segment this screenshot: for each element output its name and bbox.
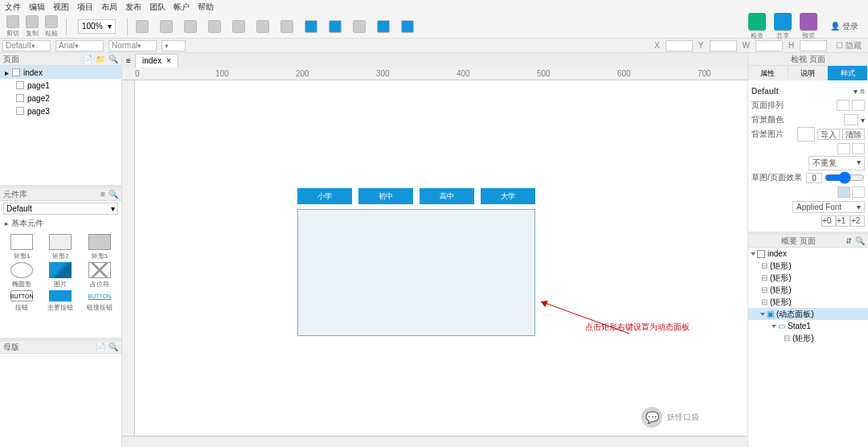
widget-primary-button[interactable]: 主要按钮 (42, 290, 79, 312)
t2[interactable] (377, 20, 390, 33)
front[interactable] (305, 20, 317, 33)
chevron-down-icon[interactable]: ▾ (861, 116, 865, 125)
preview-btn[interactable]: 检查 (748, 13, 766, 40)
sketch-slider[interactable] (825, 171, 865, 184)
zoom-select[interactable]: 100%▾ (78, 19, 116, 34)
widget-section[interactable]: ▸ 基本元件 (0, 216, 121, 231)
menu-file[interactable]: 文件 (5, 2, 21, 13)
outline-state[interactable]: ▭ State1 (748, 320, 868, 332)
expand-icon[interactable] (751, 252, 755, 256)
import-btn[interactable]: 导入 (817, 129, 840, 140)
add-master-icon[interactable]: 📄 (96, 342, 105, 351)
canvas-dynamic-panel[interactable] (297, 209, 535, 336)
size-select[interactable]: ▾ (162, 40, 186, 51)
grey-toggle[interactable] (852, 187, 865, 198)
menu-help[interactable]: 帮助 (198, 2, 214, 13)
back[interactable] (329, 20, 342, 33)
library-select[interactable]: Default▾ (3, 203, 118, 215)
widget-rect1[interactable]: 矩形1 (3, 234, 40, 260)
expand-icon[interactable]: ▸ (5, 68, 9, 77)
canvas-button-2[interactable]: 初中 (358, 188, 413, 204)
weight-select[interactable]: Normal ▾ (108, 40, 157, 51)
page-node-page2[interactable]: page2 (0, 92, 121, 105)
add-folder-icon[interactable]: 📁 (96, 55, 105, 64)
style-menu-icon[interactable]: ▾ ≡ (854, 87, 865, 96)
tab-index[interactable]: index × (135, 54, 178, 68)
align-left-btn[interactable] (837, 100, 850, 111)
canvas-button-3[interactable]: 高中 (420, 188, 474, 204)
font-select[interactable]: Arial ▾ (55, 40, 104, 51)
page-node-index[interactable]: ▸index (0, 66, 121, 79)
close-icon[interactable]: × (166, 56, 171, 65)
search-icon[interactable]: 🔍 (108, 190, 118, 199)
add-page-icon[interactable]: 📄 (83, 55, 92, 64)
outline-item[interactable]: ⊟ (矩形) (748, 284, 868, 296)
canvas-button-4[interactable]: 大学 (481, 188, 535, 204)
widget-rect3[interactable]: 矩形3 (81, 234, 118, 260)
tab-nav-left[interactable]: ≡ (122, 56, 135, 65)
sketch-font-select[interactable]: Applied Font▾ (792, 201, 865, 213)
outline-item[interactable]: ⊟ (矩形) (748, 332, 868, 344)
page-node-page3[interactable]: page3 (0, 105, 121, 117)
style-select[interactable]: Default ▾ (2, 40, 51, 51)
canvas-button-1[interactable]: 小学 (297, 188, 352, 204)
sketch-value[interactable]: 0 (806, 173, 822, 183)
align-right[interactable] (184, 20, 197, 33)
group[interactable] (256, 20, 269, 33)
canvas[interactable]: 小学 初中 高中 大学 点击矩形右键设置为动态面板 💬 妖怪口袋 (135, 80, 747, 436)
outline-item[interactable]: ⊟ (矩形) (748, 260, 868, 272)
tool-copy[interactable]: 复制 (26, 15, 39, 38)
valign-btn[interactable] (852, 143, 865, 154)
color-toggle[interactable] (837, 187, 850, 198)
t1[interactable] (353, 20, 366, 33)
tool-new[interactable]: 剪切 (6, 15, 19, 38)
w-input[interactable] (755, 40, 783, 51)
widget-image[interactable]: 图片 (42, 262, 79, 289)
ungroup[interactable] (280, 20, 293, 33)
menu-project[interactable]: 项目 (77, 2, 93, 13)
repeat-select[interactable]: 不重复▾ (809, 156, 865, 170)
widget-placeholder[interactable]: 占位符 (81, 262, 118, 289)
outline-dynamic-panel[interactable]: ▣ (动态面板) (748, 308, 868, 320)
y-input[interactable] (710, 40, 737, 51)
search-icon[interactable]: 🔍 (855, 236, 865, 245)
step2[interactable]: +2 (850, 215, 865, 227)
menu-edit[interactable]: 编辑 (29, 2, 45, 13)
align-center[interactable] (160, 20, 173, 33)
tab-properties[interactable]: 属性 (748, 66, 788, 80)
share-btn[interactable]: 共享 (774, 13, 792, 40)
widget-link-button[interactable]: BUTTON链接按钮 (81, 290, 118, 312)
halign-btn[interactable] (837, 143, 850, 154)
menu-view[interactable]: 视图 (53, 2, 69, 13)
tab-style[interactable]: 样式 (828, 66, 868, 80)
bg-color-swatch[interactable] (844, 114, 858, 125)
outline-item[interactable]: ⊟ (矩形) (748, 272, 868, 284)
widget-button[interactable]: BUTTON按钮 (3, 290, 40, 312)
tool-paste[interactable]: 粘贴 (45, 15, 58, 38)
t3[interactable] (401, 20, 414, 33)
menu-team[interactable]: 团队 (149, 2, 166, 13)
align-left[interactable] (136, 20, 149, 33)
menu-account[interactable]: 帐户 (174, 2, 190, 13)
tab-notes[interactable]: 说明 (788, 66, 829, 80)
clear-btn[interactable]: 清除 (842, 129, 865, 140)
outline-sort-icon[interactable]: ⇵ (845, 236, 852, 245)
widget-ellipse[interactable]: 椭圆形 (3, 262, 40, 289)
search-icon[interactable]: 🔍 (108, 55, 118, 64)
login-link[interactable]: 👤 登录 (830, 21, 858, 32)
hidden-checkbox[interactable]: ☐ 隐藏 (836, 40, 862, 51)
distribute-h[interactable] (208, 20, 221, 33)
outline-item[interactable]: ⊟ (矩形) (748, 296, 868, 308)
h-input[interactable] (800, 40, 827, 51)
expand-icon[interactable] (760, 313, 765, 316)
publish-btn[interactable]: 预览 (800, 13, 817, 40)
outline-root[interactable]: index (748, 248, 868, 260)
widget-rect2[interactable]: 矩形2 (42, 234, 79, 260)
expand-icon[interactable] (772, 325, 776, 328)
menu-publish[interactable]: 发布 (125, 2, 141, 13)
page-node-page1[interactable]: page1 (0, 79, 121, 92)
lib-menu-icon[interactable]: ≡ (100, 190, 105, 199)
search-icon[interactable]: 🔍 (108, 342, 118, 351)
x-input[interactable] (665, 40, 693, 51)
horizontal-scrollbar[interactable] (122, 436, 747, 447)
